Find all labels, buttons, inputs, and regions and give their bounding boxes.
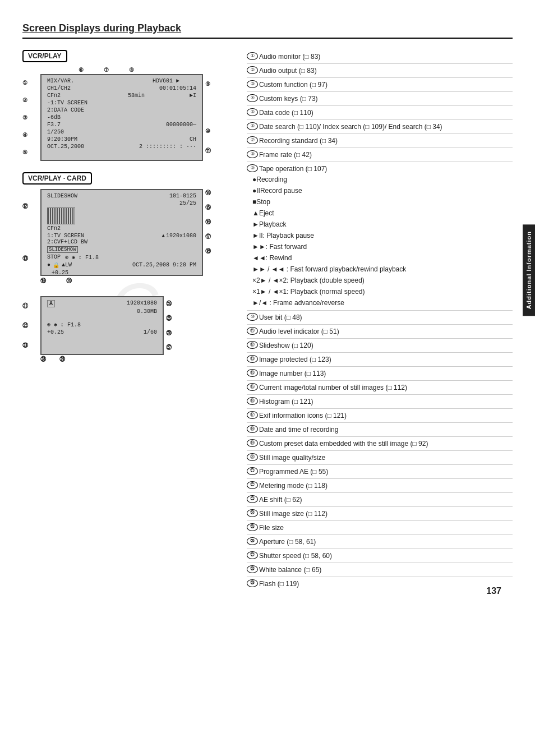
callout-15: ⑮	[205, 204, 221, 211]
vcr-ch-label: CH	[190, 136, 196, 142]
item-text-13: Image protected (□ 123)	[259, 354, 513, 365]
item-text-9: Tape operation (□ 107)	[259, 164, 327, 174]
list-item: ② Audio output (□ 83)	[247, 64, 513, 78]
list-item: ⑦ Recording standard (□ 34)	[247, 134, 513, 148]
list-item: ㉘ White balance (□ 65)	[247, 563, 513, 577]
vcr-data-code: 2:DATA CODE	[47, 107, 84, 113]
item-num-19: ⑲	[247, 439, 258, 447]
item-text-22: Metering mode (□ 118)	[259, 481, 513, 491]
item-text-6: Date search (□ 110)/ Index search (□ 109…	[259, 122, 513, 132]
item-text-10: User bit (□ 48)	[259, 312, 513, 322]
item-text-3: Custom function (□ 97)	[259, 80, 513, 90]
item-num-29: ㉙	[247, 579, 258, 587]
item-text-12: Slideshow (□ 120)	[259, 340, 513, 351]
list-item: ㉓ AE shift (□ 62)	[247, 493, 513, 507]
item-num-16: ⑯	[247, 397, 258, 405]
item-text-4: Custom keys (□ 73)	[259, 94, 513, 104]
item-num-28: ㉘	[247, 565, 258, 573]
item-num-17: ⑰	[247, 411, 258, 419]
item-text-15: Current image/total number of still imag…	[259, 382, 513, 393]
item-text-29: Flash (□ 119)	[259, 579, 513, 589]
list-item: ⑧ Frame rate (□ 42)	[247, 148, 513, 162]
sub-item-normal-speed: ×1► / ◄×1: Playback (normal speed)	[252, 286, 406, 297]
item-text-8: Frame rate (□ 42)	[259, 150, 513, 160]
right-column: ① Audio monitor (□ 83) ② Audio output (□…	[247, 50, 513, 591]
sub-item-ff: ►► : Fast forward	[252, 241, 406, 252]
item-text-26: Aperture (□ 58, 61)	[259, 537, 513, 547]
card-lw-icon: ▲LW	[62, 262, 72, 269]
list-item: ⑩ User bit (□ 48)	[247, 311, 513, 325]
vcr-f37: F3.7	[47, 122, 61, 128]
vcr-play-card-diagram: ⑫ ⑬ SLIDESHOW 101-0125	[22, 189, 236, 285]
vcr-cfn2: CFn2	[47, 93, 61, 99]
item-num-25: ㉕	[247, 523, 258, 531]
item-text-16: Histogram (□ 121)	[259, 397, 513, 407]
items-list: ① Audio monitor (□ 83) ② Audio output (□…	[247, 50, 513, 591]
eject-icon: ▲	[252, 208, 259, 218]
vcr-audio: 2 ::::::::: : ···	[139, 144, 196, 150]
still-image-diagram: ㉑ ㉒ ㉓ A 1920x1080 0.30MB	[22, 296, 236, 362]
list-item: ㉔ Still image size (□ 112)	[247, 507, 513, 521]
vcr-remaining: 58min	[128, 93, 145, 99]
list-item: ㉙ Flash (□ 119)	[247, 577, 513, 591]
callout-13: ⑬	[22, 255, 38, 262]
item-text-28: White balance (□ 65)	[259, 565, 513, 575]
play-icon: ►	[252, 219, 259, 229]
callout-20: ⑳	[66, 277, 72, 285]
callout-22: ㉒	[22, 322, 38, 329]
item-text-2: Audio output (□ 83)	[259, 66, 513, 76]
vcr-card-screen: SLIDESHOW 101-0125 25/25	[40, 189, 203, 276]
vcr-play-badge: VCR/PLAY	[22, 50, 67, 62]
vcr-play-card-badge: VCR/PLAY · CARD	[22, 172, 92, 185]
item-num-21: ㉑	[247, 467, 258, 475]
card-slideshow: SLIDESHOW	[47, 193, 77, 199]
item-num-5: ⑤	[247, 108, 258, 116]
card-screen1: 1:TV SCREEN	[47, 233, 87, 239]
still-icons: ⊕ ✱ ↕ F1.8	[47, 321, 81, 328]
callout-18: ⑱	[205, 247, 221, 255]
callout-25: ㉕	[166, 315, 182, 321]
still-screen: A 1920x1080 0.30MB ⊕ ✱ ↕ F1.8 +0.25	[40, 296, 164, 355]
vcr-play-screen: MIX/VAR. HDV60i ► CH1/CH2 00:01:05:14 CF…	[40, 74, 203, 161]
card-icons: ⊕ ✱ ↕ F1.8	[65, 254, 99, 261]
item-text-18: Date and time of recording	[259, 425, 513, 435]
item-text-23: AE shift (□ 62)	[259, 495, 513, 505]
list-item: ③ Custom function (□ 97)	[247, 78, 513, 92]
sub-item-ff-rw: ►► / ◄◄ : Fast forward playback/rewind p…	[252, 264, 406, 275]
callout-24: ㉔	[166, 301, 182, 307]
sub-item-playback-pause: ►II : Playback pause	[252, 230, 406, 241]
item-num-1: ①	[247, 52, 258, 60]
list-item: ㉕ File size	[247, 521, 513, 535]
sub-item-record-pause: ●II Record pause	[252, 185, 406, 196]
sub-item-frame-advance: ►/◄ : Frame advance/reverse	[252, 297, 406, 308]
callout-8: ⑧	[129, 67, 134, 73]
rewind-icon: ◄◄	[252, 253, 266, 263]
item-text-11: Audio level indicator (□ 51)	[259, 326, 513, 336]
item-num-23: ㉓	[247, 495, 258, 503]
callout-10: ⑩	[205, 128, 221, 134]
vcr-play-diagram: ⑥ ⑦ ⑧ ① ② ③ ④ ⑤	[22, 67, 236, 161]
callout-3: ③	[22, 114, 38, 121]
sub-item-recording: ● Recording	[252, 174, 406, 185]
callout-2: ②	[22, 97, 38, 103]
list-item: ㉖ Aperture (□ 58, 61)	[247, 535, 513, 549]
vcr-shutter: 1/250	[47, 129, 64, 135]
item-num-14: ⑭	[247, 369, 258, 377]
card-badge: SLIDESHOW	[47, 246, 78, 253]
item-text-14: Image number (□ 113)	[259, 368, 513, 379]
vcr-tv-screen: -1:TV SCREEN	[47, 100, 87, 106]
callout-17: ⑰	[205, 233, 221, 241]
item-num-27: ㉗	[247, 551, 258, 559]
item-num-4: ④	[247, 94, 258, 102]
item-num-10: ⑩	[247, 313, 258, 321]
vcr-time: 9:20:30PM	[47, 136, 77, 142]
item-num-11: ⑪	[247, 327, 258, 335]
item-text-1: Audio monitor (□ 83)	[259, 52, 513, 62]
list-item: ⑬ Image protected (□ 123)	[247, 353, 513, 367]
list-item: ⑳ Still image quality/size	[247, 451, 513, 465]
card-date-time: OCT.25,2008 9:20 PM	[132, 262, 196, 269]
sub-item-rewind: ◄◄ : Rewind	[252, 252, 406, 264]
left-column: VCR/PLAY ⑥ ⑦ ⑧ ① ② ③	[22, 50, 236, 591]
callout-9: ⑨	[205, 81, 221, 87]
callout-27: ㉗	[166, 344, 182, 351]
